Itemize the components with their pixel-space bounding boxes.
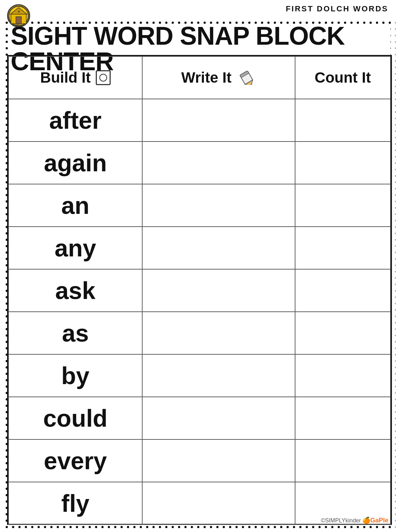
block-icon xyxy=(96,70,111,85)
word-cell-5: as xyxy=(9,312,142,354)
copyright: ©SIMPLYkinder 🍊GaPle xyxy=(321,516,388,524)
table-row: again xyxy=(9,142,390,184)
words-body: afteragainananyaskasbycouldeveryfly xyxy=(9,99,390,525)
count-cell-0 xyxy=(295,99,390,142)
word-cell-2: an xyxy=(9,184,142,227)
top-label: FIRST DOLCH WORDS xyxy=(286,4,388,13)
main-table: Build It Write It xyxy=(8,56,391,525)
count-cell-4 xyxy=(295,269,390,312)
table-row: after xyxy=(9,99,390,142)
word-cell-6: by xyxy=(9,354,142,397)
word-cell-7: could xyxy=(9,397,142,439)
write-label: Write It xyxy=(181,69,232,86)
header-row: Build It Write It xyxy=(9,56,390,99)
header-write: Write It xyxy=(142,56,295,99)
table-row: every xyxy=(9,439,390,482)
pencil-icon xyxy=(237,71,256,85)
table-row: an xyxy=(9,184,390,227)
table-row: could xyxy=(9,397,390,439)
count-cell-6 xyxy=(295,354,390,397)
page: FIRST DOLCH WORDS 简 SIMPLY SIGHT WORD SN… xyxy=(0,0,399,532)
count-cell-8 xyxy=(295,439,390,482)
count-cell-7 xyxy=(295,397,390,439)
header-count: Count It xyxy=(295,56,390,99)
word-cell-4: ask xyxy=(9,269,142,312)
write-cell-4 xyxy=(142,269,295,312)
count-label: Count It xyxy=(315,69,371,86)
block-icon-inner xyxy=(99,74,107,82)
word-cell-9: fly xyxy=(9,482,142,525)
write-cell-7 xyxy=(142,397,295,439)
word-cell-1: again xyxy=(9,142,142,184)
table-container: Build It Write It xyxy=(7,55,392,525)
count-cell-5 xyxy=(295,312,390,354)
build-label: Build It xyxy=(40,69,90,86)
write-cell-2 xyxy=(142,184,295,227)
word-cell-8: every xyxy=(9,439,142,482)
table-row: ask xyxy=(9,269,390,312)
write-cell-9 xyxy=(142,482,295,525)
table-row: any xyxy=(9,227,390,269)
count-cell-2 xyxy=(295,184,390,227)
write-cell-1 xyxy=(142,142,295,184)
word-cell-0: after xyxy=(9,99,142,142)
header-build: Build It xyxy=(9,56,142,99)
write-cell-5 xyxy=(142,312,295,354)
write-cell-3 xyxy=(142,227,295,269)
content-area: Build It Write It xyxy=(7,55,392,525)
table-row: by xyxy=(9,354,390,397)
write-cell-0 xyxy=(142,99,295,142)
write-cell-6 xyxy=(142,354,295,397)
count-cell-1 xyxy=(295,142,390,184)
table-row: as xyxy=(9,312,390,354)
word-cell-3: any xyxy=(9,227,142,269)
svg-text:简: 简 xyxy=(18,10,20,13)
count-cell-3 xyxy=(295,227,390,269)
write-cell-8 xyxy=(142,439,295,482)
